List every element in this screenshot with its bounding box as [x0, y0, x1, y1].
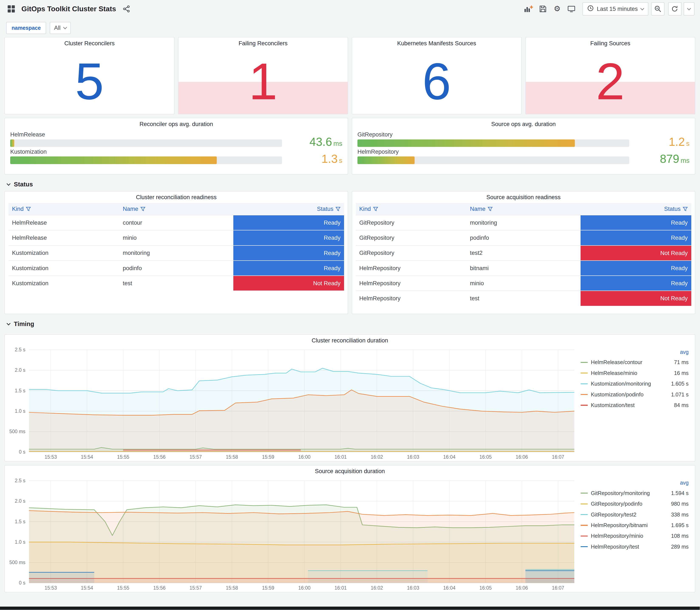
legend-series-avg: 16 ms	[674, 370, 689, 376]
svg-text:2.0 s: 2.0 s	[15, 498, 26, 504]
column-header-label: Kind	[359, 206, 378, 212]
gauge-value-unit: s	[686, 140, 689, 147]
status-badge: Ready	[233, 246, 344, 260]
chevron-down-icon	[63, 25, 67, 29]
gauge-value: 43.6ms	[282, 136, 342, 148]
legend-item[interactable]: GitRepository/test2338 ms	[581, 509, 688, 520]
row-toggle-status[interactable]: Status	[4, 178, 695, 191]
status-badge: Ready	[581, 230, 691, 245]
table-header-row: KindNameStatus	[9, 203, 344, 215]
plot-canvas[interactable]: 15:5315:5415:5515:5615:5715:5815:5916:00…	[5, 346, 579, 461]
legend-series-color	[581, 535, 588, 536]
legend-item[interactable]: HelmRepository/minio108 ms	[581, 531, 688, 541]
svg-text:16:05: 16:05	[479, 585, 492, 591]
panel-title[interactable]: Kubernetes Manifests Sources	[352, 37, 521, 49]
legend-series-name[interactable]: HelmRelease/minio	[591, 370, 637, 376]
row-title: Timing	[14, 320, 34, 327]
dashboard-grid-icon[interactable]	[5, 3, 17, 15]
gauge-main: Kustomization	[10, 148, 282, 164]
status-badge: Not Ready	[581, 291, 691, 306]
name-cell: minio	[119, 230, 233, 245]
legend-series-name[interactable]: Kustomization/podinfo	[591, 391, 644, 398]
table-row: GitRepositorytest2Not Ready	[356, 245, 691, 261]
refresh-button[interactable]	[668, 2, 682, 16]
column-filter-icon[interactable]	[373, 207, 378, 211]
column-header-kind[interactable]: Kind	[356, 203, 467, 215]
time-series-plot[interactable]: 15:5315:5415:5515:5615:5715:5815:5916:00…	[5, 477, 579, 592]
legend-series-name[interactable]: GitRepository/podinfo	[591, 501, 642, 507]
time-range-picker[interactable]: Last 15 minutes	[583, 2, 648, 16]
legend-item[interactable]: HelmRepository/test289 ms	[581, 541, 688, 552]
stat-panel-failing-sources: Failing Sources2	[525, 37, 695, 114]
legend-item[interactable]: GitRepository/podinfo980 ms	[581, 498, 688, 509]
plot-canvas[interactable]: 15:5315:5415:5515:5615:5715:5815:5916:00…	[5, 477, 579, 592]
kind-cell: HelmRepository	[356, 276, 467, 291]
gauge-main: HelmRelease	[10, 131, 282, 147]
refresh-interval-dropdown[interactable]	[684, 2, 694, 16]
panel-title[interactable]: Cluster Reconcilers	[5, 37, 174, 49]
table-row: GitRepositorymonitoringReady	[356, 215, 691, 230]
save-icon[interactable]	[537, 3, 549, 15]
legend-item[interactable]: HelmRelease/minio16 ms	[581, 368, 688, 378]
share-icon[interactable]	[120, 3, 132, 15]
panel-title[interactable]: Cluster reconciliation readiness	[9, 192, 344, 203]
add-panel-icon[interactable]	[523, 3, 535, 15]
legend-series-name[interactable]: HelmRelease/contour	[591, 359, 642, 365]
panel-title[interactable]: Failing Sources	[526, 37, 695, 49]
legend-avg-header[interactable]: avg	[581, 480, 688, 488]
column-header-name[interactable]: Name	[467, 203, 581, 215]
legend-series-name[interactable]: HelmRepository/minio	[591, 533, 643, 539]
column-filter-icon[interactable]	[683, 207, 688, 211]
panel-title[interactable]: Source ops avg. duration	[352, 118, 695, 130]
column-header-status[interactable]: Status	[233, 203, 344, 215]
legend-series-avg: 289 ms	[671, 544, 689, 550]
status-badge: Not Ready	[581, 246, 691, 260]
zoom-out-button[interactable]	[651, 2, 665, 16]
legend-series-name[interactable]: Kustomization/monitoring	[591, 381, 651, 387]
column-header-status[interactable]: Status	[581, 203, 691, 215]
settings-gear-icon[interactable]: ⚙	[551, 3, 563, 15]
name-cell: bitnami	[467, 261, 581, 276]
legend-series-avg: 84 ms	[674, 402, 689, 408]
row-toggle-timing[interactable]: Timing	[4, 317, 695, 331]
kind-cell: HelmRelease	[9, 230, 119, 245]
svg-text:16:01: 16:01	[335, 585, 347, 591]
column-header-kind[interactable]: Kind	[9, 203, 119, 215]
legend-series-name[interactable]: HelmRepository/test	[591, 544, 639, 550]
legend-series-name[interactable]: GitRepository/test2	[591, 512, 636, 518]
column-filter-icon[interactable]	[488, 207, 493, 211]
column-header-label: Status	[317, 206, 340, 212]
gauge-value: 879ms	[629, 153, 689, 165]
legend-series-avg: 980 ms	[671, 501, 689, 507]
legend-item[interactable]: HelmRepository/bitnami1.695 s	[581, 520, 688, 530]
legend-series-name[interactable]: Kustomization/test	[591, 402, 635, 408]
panel-title[interactable]: Cluster reconciliation duration	[5, 335, 695, 347]
page-title: GitOps Toolkit Cluster Stats	[21, 5, 116, 13]
legend-avg-header[interactable]: avg	[581, 349, 688, 357]
legend-item[interactable]: Kustomization/test84 ms	[581, 400, 688, 411]
column-filter-icon[interactable]	[141, 207, 145, 211]
column-filter-icon[interactable]	[336, 207, 340, 211]
svg-text:16:06: 16:06	[516, 454, 528, 460]
svg-text:15:57: 15:57	[190, 454, 202, 460]
time-series-plot[interactable]: 15:5315:5415:5515:5615:5715:5815:5916:00…	[5, 346, 579, 461]
legend-item[interactable]: Kustomization/podinfo1.071 s	[581, 389, 688, 400]
svg-text:16:03: 16:03	[407, 454, 419, 460]
legend-item[interactable]: Kustomization/monitoring1.605 s	[581, 379, 688, 389]
svg-text:16:00: 16:00	[298, 454, 310, 460]
tv-cycle-icon[interactable]	[566, 3, 577, 15]
panel-title[interactable]: Reconciler ops avg. duration	[5, 118, 348, 130]
panel-title[interactable]: Source acquisition readiness	[356, 192, 691, 203]
legend-series-name[interactable]: HelmRepository/bitnami	[591, 522, 648, 528]
name-cell: monitoring	[467, 215, 581, 230]
name-cell: contour	[119, 215, 233, 230]
variable-value-dropdown[interactable]: All	[50, 22, 71, 34]
panel-title[interactable]: Failing Reconcilers	[179, 37, 348, 49]
legend-series-name[interactable]: GitRepository/monitoring	[591, 490, 650, 496]
column-header-name[interactable]: Name	[119, 203, 233, 215]
panel-title[interactable]: Source acquisition duration	[5, 465, 695, 477]
legend-item[interactable]: HelmRelease/contour71 ms	[581, 357, 688, 368]
column-filter-icon[interactable]	[26, 207, 31, 211]
gauge-value-number: 1.3	[322, 152, 338, 165]
legend-item[interactable]: GitRepository/monitoring1.594 s	[581, 488, 688, 498]
